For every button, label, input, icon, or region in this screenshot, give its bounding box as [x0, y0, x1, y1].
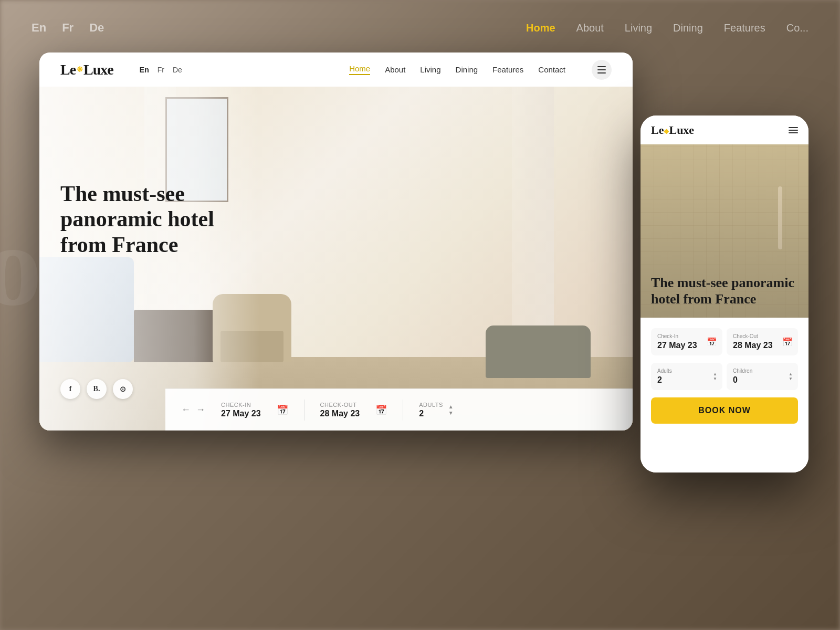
mobile-children-label: Children	[733, 368, 792, 374]
mobile-adults-increase-icon[interactable]: ▲	[713, 372, 717, 376]
mobile-hamburger-line-1	[789, 127, 798, 128]
slide-navigation: ← →	[181, 404, 205, 415]
adults-value: 2	[419, 409, 443, 418]
mobile-checkout-field: Check-out 28 May 23 📅	[727, 328, 798, 355]
mobile-booking-panel: Check-in 27 May 23 📅 Check-out 28 May 23…	[640, 318, 808, 472]
logo-le: Le	[60, 61, 76, 78]
top-nav-living[interactable]: Living	[625, 22, 652, 34]
lang-fr[interactable]: Fr	[158, 66, 164, 74]
mobile-hero-title: The must-see panoramic hotel from France	[651, 275, 798, 307]
checkin-field: Check-in 27 May 23	[221, 402, 261, 418]
mobile-children-field: Children 0 ▲ ▼	[727, 363, 798, 390]
hamburger-line-3	[597, 72, 606, 74]
top-nav-contact[interactable]: Co...	[786, 22, 808, 34]
mobile-hamburger-line-3	[789, 132, 798, 133]
mobile-logo: Le❋Luxe	[651, 123, 694, 137]
mobile-checkin-calendar-icon[interactable]: 📅	[707, 337, 717, 347]
mobile-adults-decrease-icon[interactable]: ▼	[713, 377, 717, 381]
top-nav-about[interactable]: About	[576, 22, 604, 34]
adults-decrease-button[interactable]: ▼	[448, 411, 454, 416]
booking-icon[interactable]: B.	[87, 379, 107, 399]
checkout-value[interactable]: 28 May 23	[320, 409, 360, 418]
facebook-icon[interactable]: f	[60, 379, 80, 399]
mobile-adults-field: Adults 2 ▲ ▼	[651, 363, 722, 390]
desktop-booking-bar: ← → Check-in 27 May 23 📅 Check-out 28 Ma…	[165, 388, 633, 430]
top-nav-links: Home About Living Dining Features Co...	[526, 22, 808, 34]
adults-count-field: Adults 2	[419, 402, 443, 418]
desktop-logo: Le ❋ Luxe	[60, 61, 113, 78]
checkout-calendar-icon[interactable]: 📅	[375, 404, 387, 416]
top-nav-features[interactable]: Features	[724, 22, 765, 34]
mobile-hero: The must-see panoramic hotel from France	[640, 144, 808, 318]
desktop-header: Le ❋ Luxe En Fr De Home About Living Din…	[39, 52, 633, 87]
checkout-label: Check-out	[320, 402, 360, 408]
mobile-children-stepper[interactable]: ▲ ▼	[789, 372, 793, 381]
top-lang-fr[interactable]: Fr	[62, 21, 74, 35]
prev-slide-button[interactable]: ←	[181, 404, 191, 415]
nav-dining[interactable]: Dining	[456, 65, 478, 74]
checkin-label: Check-in	[221, 402, 261, 408]
adults-label: Adults	[419, 402, 443, 408]
mobile-adults-label: Adults	[657, 368, 716, 374]
mobile-children-value: 0	[733, 375, 792, 385]
checkin-value[interactable]: 27 May 23	[221, 409, 261, 418]
desktop-mockup: Le ❋ Luxe En Fr De Home About Living Din…	[39, 52, 633, 430]
booking-separator-1	[304, 400, 304, 421]
adults-field: Adults 2 ▲ ▼	[419, 402, 454, 418]
logo-star: ❋	[77, 65, 82, 74]
mobile-children-increase-icon[interactable]: ▲	[789, 372, 793, 376]
top-nav-bar: En Fr De Home About Living Dining Featur…	[0, 21, 840, 35]
mobile-hamburger-button[interactable]	[789, 127, 798, 133]
nav-home[interactable]: Home	[349, 64, 370, 75]
desktop-hamburger-button[interactable]	[592, 60, 612, 80]
mobile-logo-luxe: Luxe	[669, 123, 694, 136]
top-lang-group: En Fr De	[32, 21, 104, 35]
hamburger-line-1	[597, 66, 606, 67]
adults-stepper: ▲ ▼	[448, 404, 454, 416]
mobile-adults-stepper[interactable]: ▲ ▼	[713, 372, 717, 381]
lang-de[interactable]: De	[173, 66, 182, 74]
logo-luxe: Luxe	[83, 61, 113, 78]
checkout-field: Check-out 28 May 23	[320, 402, 360, 418]
nav-features[interactable]: Features	[492, 65, 523, 74]
desktop-lang-group: En Fr De	[140, 66, 182, 74]
mobile-hero-text: The must-see panoramic hotel from France	[651, 275, 798, 307]
next-slide-button[interactable]: →	[196, 404, 205, 415]
nav-contact[interactable]: Contact	[538, 65, 565, 74]
nav-living[interactable]: Living	[420, 65, 440, 74]
lang-en[interactable]: En	[140, 66, 149, 74]
mobile-logo-star: ❋	[664, 128, 669, 135]
checkin-calendar-icon[interactable]: 📅	[277, 404, 288, 416]
top-nav-dining[interactable]: Dining	[673, 22, 703, 34]
mobile-mockup: Le❋Luxe The must-see panoramic hotel fro…	[640, 116, 808, 472]
mobile-children-decrease-icon[interactable]: ▼	[789, 377, 793, 381]
desktop-hero: The must-see panoramic hotel from France…	[39, 87, 633, 430]
tripadvisor-icon[interactable]: ⊙	[113, 379, 133, 399]
top-lang-de[interactable]: De	[89, 21, 104, 35]
booking-separator-2	[403, 400, 403, 421]
social-icons: f B. ⊙	[60, 379, 133, 399]
mobile-checkin-field: Check-in 27 May 23 📅	[651, 328, 722, 355]
adults-increase-button[interactable]: ▲	[448, 404, 454, 410]
mobile-logo-le: Le	[651, 123, 664, 136]
mobile-adults-value: 2	[657, 375, 716, 385]
desktop-hero-title: The must-see panoramic hotel from France	[60, 181, 260, 257]
mobile-header: Le❋Luxe	[640, 116, 808, 144]
hamburger-line-2	[597, 69, 606, 70]
sofa	[486, 326, 591, 378]
nav-about[interactable]: About	[385, 65, 405, 74]
mobile-book-now-button[interactable]: BOOK NOW	[651, 397, 798, 424]
desktop-hero-text: The must-see panoramic hotel from France	[60, 181, 260, 257]
top-lang-en[interactable]: En	[32, 21, 46, 35]
mobile-hamburger-line-2	[789, 130, 798, 131]
mobile-checkout-calendar-icon[interactable]: 📅	[782, 337, 793, 347]
desktop-nav: Home About Living Dining Features Contac…	[349, 64, 565, 75]
top-nav-home[interactable]: Home	[526, 22, 555, 34]
mobile-guests-row: Adults 2 ▲ ▼ Children 0 ▲ ▼	[651, 363, 798, 390]
mobile-dates-row: Check-in 27 May 23 📅 Check-out 28 May 23…	[651, 328, 798, 355]
